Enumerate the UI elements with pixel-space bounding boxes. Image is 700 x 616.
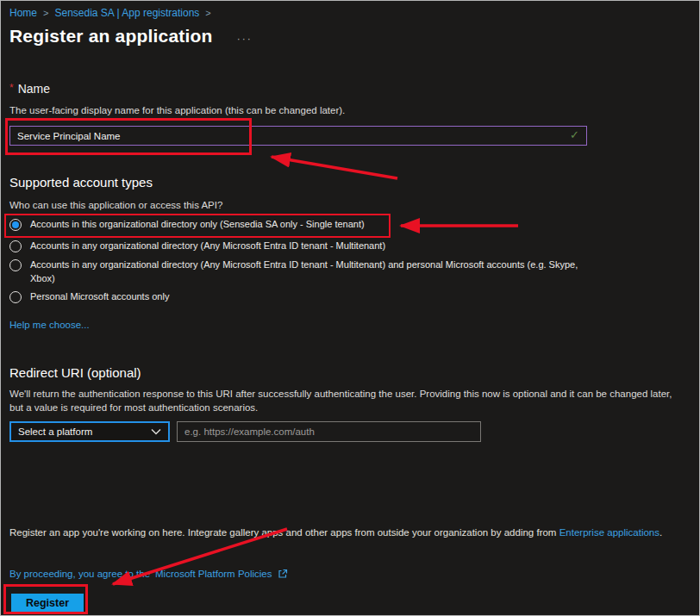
platform-policies-link[interactable]: Microsoft Platform Policies: [155, 569, 272, 579]
chevron-down-icon: [151, 428, 161, 435]
radio-unselected-icon[interactable]: [9, 240, 22, 252]
radio-unselected-icon[interactable]: [9, 259, 22, 271]
app-name-input[interactable]: [9, 126, 587, 146]
help-me-choose-link[interactable]: Help me choose...: [9, 320, 90, 330]
policy-text: By proceeding, you agree to the: [9, 569, 150, 579]
page-title: Register an application: [9, 26, 213, 47]
redirect-uri-title: Redirect URI (optional): [9, 365, 141, 380]
redirect-uri-description: We'll return the authentication response…: [9, 387, 680, 414]
breadcrumb-separator: >: [205, 8, 210, 18]
breadcrumb: Home > Sensedia SA | App registrations >: [9, 7, 211, 19]
external-link-icon: [278, 569, 288, 579]
policy-agreement: By proceeding, you agree to the Microsof…: [9, 569, 288, 579]
radio-option-single-tenant[interactable]: Accounts in this organizational director…: [9, 218, 365, 232]
page-header: Register an application ···: [9, 26, 253, 47]
footer-note: Register an app you're working on here. …: [9, 527, 691, 538]
radio-unselected-icon[interactable]: [9, 291, 22, 303]
radio-option-multitenant-personal[interactable]: Accounts in any organizational directory…: [9, 258, 582, 286]
name-field-label: *Name: [9, 82, 50, 96]
platform-select-dropdown[interactable]: Select a platform: [9, 421, 170, 442]
name-input-container: ✓: [9, 126, 587, 146]
footer-note-text: Register an app you're working on here. …: [9, 527, 559, 538]
radio-option-label: Accounts in any organizational directory…: [30, 258, 582, 286]
annotation-arrow-name-input: [272, 157, 397, 178]
register-application-page: Home > Sensedia SA | App registrations >…: [0, 0, 700, 616]
annotation-arrows: [1, 1, 700, 616]
radio-option-personal-only[interactable]: Personal Microsoft accounts only: [9, 290, 169, 304]
radio-option-label: Personal Microsoft accounts only: [30, 290, 169, 304]
register-button[interactable]: Register: [11, 594, 84, 613]
breadcrumb-home-link[interactable]: Home: [9, 7, 37, 19]
name-field-help-text: The user-facing display name for this ap…: [9, 105, 345, 115]
breadcrumb-separator: >: [43, 8, 48, 18]
radio-option-label: Accounts in this organizational director…: [30, 218, 365, 232]
redirect-uri-input-container: [177, 421, 481, 442]
redirect-uri-input[interactable]: [177, 421, 481, 442]
radio-selected-icon[interactable]: [9, 219, 22, 231]
radio-option-label: Accounts in any organizational directory…: [30, 240, 385, 253]
more-options-icon[interactable]: ···: [237, 28, 253, 45]
radio-option-multitenant[interactable]: Accounts in any organizational directory…: [9, 240, 385, 253]
enterprise-applications-link[interactable]: Enterprise applications: [559, 527, 659, 538]
breadcrumb-app-registrations-link[interactable]: Sensedia SA | App registrations: [54, 7, 199, 19]
platform-select-value: Select a platform: [18, 426, 92, 437]
supported-account-types-title: Supported account types: [9, 175, 153, 190]
account-types-question: Who can use this application or access t…: [9, 200, 222, 210]
required-marker: *: [9, 82, 14, 94]
